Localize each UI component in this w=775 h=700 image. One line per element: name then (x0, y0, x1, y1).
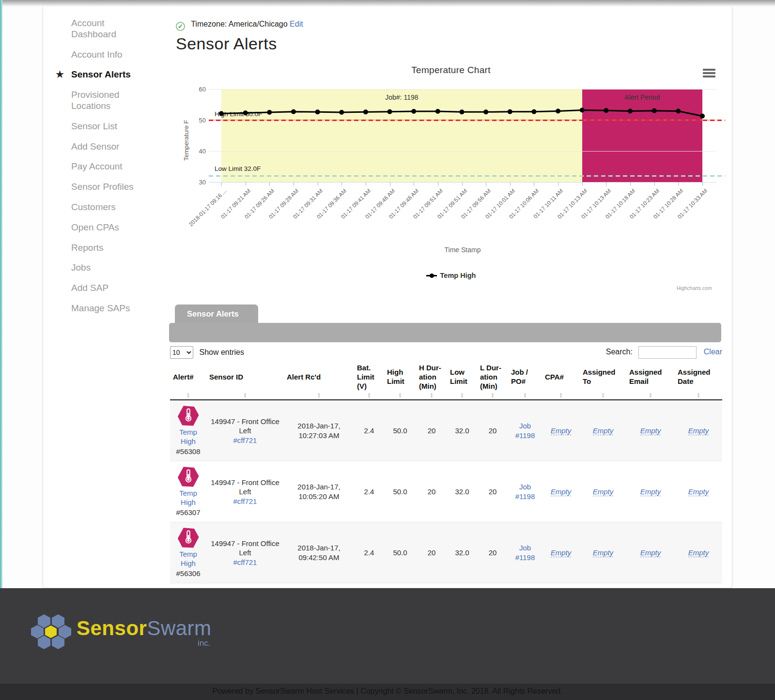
cpa-empty-link[interactable]: Empty (551, 426, 572, 435)
sidebar-item-label: Add Sensor (71, 141, 119, 152)
assigned-date-cell: Empty (675, 400, 722, 461)
sort-arrows-icon[interactable]: ▲▼ (559, 393, 563, 399)
sidebar-item-reports[interactable]: Reports (71, 243, 151, 254)
sensor-id-link[interactable]: #cff721 (233, 558, 257, 566)
column-header-cpa-[interactable]: CPA#▲▼ (542, 360, 580, 400)
logo-text: SensorSwarm inc. (77, 618, 212, 639)
sort-arrows-icon[interactable]: ▲▼ (430, 393, 434, 399)
sidebar-item-sensor-alerts[interactable]: ★Sensor Alerts (71, 69, 151, 80)
sensor-id-link[interactable]: #cff721 (233, 436, 257, 444)
job-link[interactable]: Job #1198 (515, 483, 535, 501)
sidebar-item-label: Provisioned Locations (71, 90, 119, 111)
sort-arrows-icon[interactable]: ▲▼ (243, 393, 247, 399)
assigned-date-empty-link[interactable]: Empty (688, 426, 709, 435)
sidebar-item-manage-saps[interactable]: Manage SAPs (71, 303, 151, 314)
sidebar-item-provisioned-locations[interactable]: Provisioned Locations (71, 90, 151, 112)
assigned-email-cell: Empty (626, 522, 675, 583)
sidebar-item-label: Sensor List (71, 121, 117, 131)
sort-arrows-icon[interactable]: ▲▼ (601, 393, 605, 399)
chart-menu-icon[interactable] (703, 69, 715, 79)
clear-search-link[interactable]: Clear (704, 348, 722, 356)
sort-arrows-icon[interactable]: ▲▼ (523, 393, 527, 399)
sensor-name: 149947 - Front Office Left (208, 417, 282, 436)
alert-type-link[interactable]: Temp High (175, 428, 202, 446)
alert-received-cell: 2018-Jan-17, 10:05:20 AM (284, 461, 354, 522)
job-link[interactable]: Job #1198 (515, 422, 535, 440)
sidebar-item-sensor-profiles[interactable]: Sensor Profiles (71, 182, 151, 193)
alert-type-link[interactable]: Temp High (175, 489, 202, 507)
sidebar-item-add-sap[interactable]: Add SAP (71, 283, 151, 294)
assigned-to-empty-link[interactable]: Empty (593, 426, 614, 435)
sidebar-item-sensor-list[interactable]: Sensor List (71, 121, 151, 132)
sidebar-item-pay-account[interactable]: Pay Account (71, 161, 151, 172)
column-header-sensor-id[interactable]: Sensor ID▲▼ (206, 360, 284, 400)
assigned-to-empty-link[interactable]: Empty (593, 487, 614, 496)
check-circle-icon: ✓ (176, 22, 185, 31)
alert-received-cell: 2018-Jan-17, 09:42:50 AM (284, 522, 354, 583)
job-link[interactable]: Job #1198 (515, 544, 535, 562)
sort-arrows-icon[interactable]: ▲▼ (491, 393, 495, 399)
assigned-to-empty-link[interactable]: Empty (593, 548, 614, 557)
column-header-high-limit[interactable]: High Limit▲▼ (384, 360, 416, 400)
table-controls: 10 Show entries Search: Clear (170, 346, 722, 361)
timezone-label: Timezone: America/Chicago (191, 20, 288, 28)
column-header-assigned-email[interactable]: Assigned Email▲▼ (626, 360, 675, 400)
h-duration-cell: 20 (416, 461, 447, 522)
column-header-assigned-to[interactable]: Assigned To▲▼ (580, 360, 626, 400)
sort-arrows-icon[interactable]: ▲▼ (697, 393, 700, 399)
assigned-to-cell: Empty (580, 461, 626, 522)
highcharts-credit[interactable]: Highcharts.com (677, 285, 712, 291)
column-header-bat-limit-v-[interactable]: Bat. Limit (V)▲▼ (354, 360, 384, 400)
column-header-assigned-date[interactable]: Assigned Date▲▼ (675, 360, 722, 400)
x-axis-tick (486, 182, 486, 186)
column-header-l-dur-ation-min-[interactable]: L Dur-ation (Min)▲▼ (477, 360, 508, 400)
x-axis-line (209, 182, 716, 183)
low-limit-cell: 32.0 (447, 400, 477, 461)
sort-arrows-icon[interactable]: ▲▼ (367, 393, 371, 399)
column-header-low-limit[interactable]: Low Limit▲▼ (447, 360, 477, 400)
sort-arrows-icon[interactable]: ▲▼ (317, 393, 321, 399)
thermometer-icon (181, 407, 196, 423)
alert-number: #56308 (176, 447, 200, 456)
alert-type-link[interactable]: Temp High (175, 550, 202, 568)
plot-band-label: Job#: 1198 (385, 93, 418, 101)
sort-arrows-icon[interactable]: ▲▼ (460, 393, 464, 399)
column-header-alert-rc-d[interactable]: Alert Rc'd▲▼ (284, 360, 354, 400)
show-entries-select[interactable]: 10 (170, 346, 193, 359)
assigned-date-empty-link[interactable]: Empty (688, 487, 709, 496)
tab-sensor-alerts[interactable]: Sensor Alerts (175, 304, 258, 324)
cpa-empty-link[interactable]: Empty (551, 487, 572, 496)
bat-limit-cell: 2.4 (354, 400, 384, 461)
sidebar-item-account-dashboard[interactable]: Account Dashboard (71, 18, 151, 40)
sidebar-item-open-cpas[interactable]: Open CPAs (71, 222, 151, 233)
assigned-date-empty-link[interactable]: Empty (688, 548, 709, 557)
temp-high-alert-icon (178, 466, 199, 487)
sort-arrows-icon[interactable]: ▲▼ (186, 393, 190, 399)
x-axis-tick (630, 182, 631, 186)
sidebar-item-add-sensor[interactable]: Add Sensor (71, 141, 151, 152)
assigned-email-empty-link[interactable]: Empty (640, 487, 661, 496)
sidebar-item-account-info[interactable]: Account Info (71, 49, 151, 61)
column-header-label: L Dur-ation (Min) (480, 364, 501, 390)
sidebar-item-jobs[interactable]: Jobs (71, 262, 151, 274)
sort-arrows-icon[interactable]: ▲▼ (649, 393, 652, 399)
alert-row-56308: Temp High#56308149947 - Front Office Lef… (170, 400, 722, 461)
chart-legend[interactable]: Temp High (175, 272, 727, 279)
column-header-job-po-[interactable]: Job / PO#▲▼ (508, 360, 542, 400)
cpa-empty-link[interactable]: Empty (551, 548, 572, 557)
l-duration-cell: 20 (477, 522, 508, 583)
sidebar-item-customers[interactable]: Customers (71, 202, 151, 213)
sensor-id-link[interactable]: #cff721 (233, 497, 257, 505)
y-axis-tick-label: 60 (189, 86, 206, 93)
search-input[interactable] (638, 346, 697, 359)
assigned-email-empty-link[interactable]: Empty (640, 426, 661, 435)
assigned-to-cell: Empty (580, 400, 626, 461)
column-header-h-dur-ation-min-[interactable]: H Dur-ation (Min)▲▼ (416, 360, 447, 400)
column-header-alert-[interactable]: Alert#▲▼ (170, 360, 206, 400)
sort-arrows-icon[interactable]: ▲▼ (398, 393, 402, 399)
x-axis-tick (534, 182, 534, 186)
h-duration-cell: 20 (416, 522, 447, 583)
timezone-edit-link[interactable]: Edit (290, 20, 303, 28)
assigned-email-empty-link[interactable]: Empty (640, 548, 661, 557)
alert-cell: Temp High#56306 (170, 522, 206, 583)
